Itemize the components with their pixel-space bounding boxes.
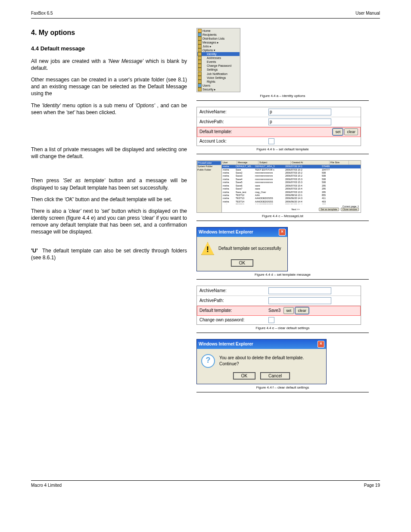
set-as-template-button[interactable]: Set as template xyxy=(319,208,339,211)
menu-item[interactable]: Options ▾ xyxy=(197,48,240,52)
menu-item[interactable]: Security ▸ xyxy=(197,87,240,91)
menu-item[interactable]: Addresses xyxy=(197,56,240,60)
menu-item[interactable]: Messages ▸ xyxy=(197,40,240,44)
table-row[interactable]: mishaSave7save2006/07/03 15:4295 xyxy=(222,187,361,190)
close-icon[interactable]: × xyxy=(279,229,286,236)
next-page-link[interactable]: Next >> xyxy=(292,208,300,211)
table-row[interactable]: mishaSave4mmmmmmmmm2006/07/03 15:3508 xyxy=(222,178,361,181)
set-button-e[interactable]: set xyxy=(283,307,294,314)
cell: msg_Over xyxy=(255,191,285,194)
private-folder-header[interactable]: PrivateFolder xyxy=(197,161,221,165)
dialog-f-message: You are about to delete the default temp… xyxy=(219,355,322,367)
subsection-4-4: 4.4 Default message xyxy=(31,45,85,52)
menu-item[interactable]: Job Notification xyxy=(197,72,240,76)
cell: misha xyxy=(223,191,236,194)
archive-path-label: ArchivePath: xyxy=(199,119,268,125)
figure-4-4-f-caption: Figure 4.4 f – clear default settings xyxy=(196,386,369,390)
quoted-clear-2: 'clear' xyxy=(141,215,155,221)
text: Then a list of private messages will be … xyxy=(31,146,187,159)
menu-item[interactable]: Home xyxy=(197,29,240,33)
table-row[interactable]: mishaTEST14AAADDEDDSSS2006/06/20 14:4403 xyxy=(222,200,361,203)
menu-item-label: Jobs ▸ xyxy=(202,44,212,48)
menu-item-label: Voice Settings xyxy=(207,76,226,80)
public-folder-item[interactable]: Public Folder xyxy=(197,168,221,171)
note-icon: 'U' xyxy=(31,247,38,254)
menu-item[interactable]: Change Password xyxy=(197,64,240,68)
user-icon xyxy=(198,33,202,37)
table-row[interactable]: mishaTEST13AAADDEDDSSS2006/06/20 14:3411 xyxy=(222,197,361,200)
figure-4-4-c-caption: Figure 4.4 c – MessageList xyxy=(196,214,369,219)
menu-item[interactable]: Identity xyxy=(197,52,240,56)
para-7: There is also a 'clear' next to 'set' bu… xyxy=(31,208,187,236)
menu-item-label: Job Notification xyxy=(207,72,227,76)
footer-company: Macro 4 Limited xyxy=(31,482,62,488)
cell: misha xyxy=(223,174,236,177)
menu-item[interactable]: Jobs ▸ xyxy=(197,44,240,48)
menu-item[interactable]: Voice Settings xyxy=(197,76,240,80)
cell: 2006/07/03 15:2 xyxy=(285,174,322,177)
table-row[interactable]: mishaSave6save2006/07/03 15:4295 xyxy=(222,184,361,187)
archive-name-label-e: ArchiveName: xyxy=(199,288,268,294)
table-row[interactable]: mishaSaveTEST EDIT.FOR s2006/07/03 15:21… xyxy=(222,168,361,171)
ok-button[interactable]: OK xyxy=(231,259,253,267)
header-manual: User Manual xyxy=(355,10,380,16)
menu-item[interactable]: Events xyxy=(197,60,240,64)
house-icon xyxy=(198,29,202,33)
menu-item[interactable]: Distribution Lists xyxy=(197,37,240,40)
cell: 2006/07/03 15:4 xyxy=(285,184,322,187)
quoted-set: 'set' xyxy=(66,109,75,115)
text: next to xyxy=(83,208,101,214)
list-columns: User Message Subject Created At File Siz… xyxy=(222,161,361,165)
change-password-checkbox[interactable] xyxy=(268,317,274,323)
text: Other messages can be created in a user xyxy=(31,77,129,83)
figure-4-4-a-caption: Figure 4.4 a – identity options xyxy=(196,94,369,99)
cell: misha xyxy=(223,200,236,203)
table-row[interactable]: mishaSave3mmmmmmmmm2006/07/03 15:2508 xyxy=(222,174,361,177)
cell: misha xyxy=(223,187,236,190)
archive-name-input[interactable] xyxy=(268,109,331,115)
para-2: Other messages can be created in a user'… xyxy=(31,76,187,97)
col-message[interactable]: Message xyxy=(237,161,258,165)
menu-item-label: Identity xyxy=(207,52,217,56)
clear-button-e[interactable]: clear xyxy=(295,307,309,314)
para-3: The 'Identity' menu option is a sub menu… xyxy=(31,102,187,116)
cell: 295 xyxy=(322,184,339,187)
menu-item[interactable]: Rights xyxy=(197,80,240,84)
cell: AAADDEDDSSS xyxy=(255,200,285,203)
col-size[interactable]: File Size xyxy=(330,161,349,165)
cancel-button[interactable]: Cancel xyxy=(260,372,290,380)
menu-item[interactable]: Settings xyxy=(197,68,240,72)
table-row[interactable]: mishaSave2mmmmmmmmm2006/07/03 15:2508 xyxy=(222,171,361,174)
account-lock-checkbox[interactable] xyxy=(268,138,274,144)
archive-path-input-e[interactable] xyxy=(268,297,331,304)
table-row[interactable]: mishaTEST12AAA2006/08/16 13:1855 xyxy=(222,194,361,197)
ok-button[interactable]: OK xyxy=(233,372,255,380)
text: The xyxy=(31,103,42,109)
close-window-button[interactable]: Close window xyxy=(341,208,359,211)
cell: misha xyxy=(223,178,236,181)
cell: 508 xyxy=(322,178,339,181)
archive-path-input[interactable] xyxy=(268,118,331,125)
apostrophe-s: 's xyxy=(129,77,132,83)
figure-c-rule xyxy=(196,221,369,221)
table-row[interactable]: mishaSave_testmsg_Over2006/07/03 13:0295 xyxy=(222,191,361,194)
menu-item[interactable]: Recipients xyxy=(197,33,240,37)
system-folder-item[interactable]: System Folder xyxy=(197,165,221,168)
cell: 194777 xyxy=(322,168,339,171)
clear-button[interactable]: clear xyxy=(344,128,358,135)
page-footer: Macro 4 Limited Page 19 xyxy=(31,480,380,488)
col-subject[interactable]: Subject xyxy=(258,161,291,165)
col-user[interactable]: User xyxy=(222,161,237,165)
cell: 2006/07/03 15:3 xyxy=(285,178,322,181)
menu-item[interactable]: Users xyxy=(197,84,240,87)
table-row[interactable]: mishaDEFAULT_MS...DEFAULT_MSA_52006/07/2… xyxy=(222,165,361,168)
cell: Save4 xyxy=(236,178,255,181)
table-row[interactable]: mishaSave5mmmmmmmmm2006/07/03 15:3508 xyxy=(222,181,361,184)
close-icon[interactable]: × xyxy=(318,341,324,348)
archive-name-input-e[interactable] xyxy=(268,287,331,294)
col-created[interactable]: Created At xyxy=(291,161,330,165)
set-button[interactable]: set xyxy=(333,128,343,135)
cell: Save6 xyxy=(236,184,255,187)
quoted-ok: 'OK' xyxy=(64,196,74,202)
para-1: All new jobs are created with a 'New Mes… xyxy=(31,58,187,72)
